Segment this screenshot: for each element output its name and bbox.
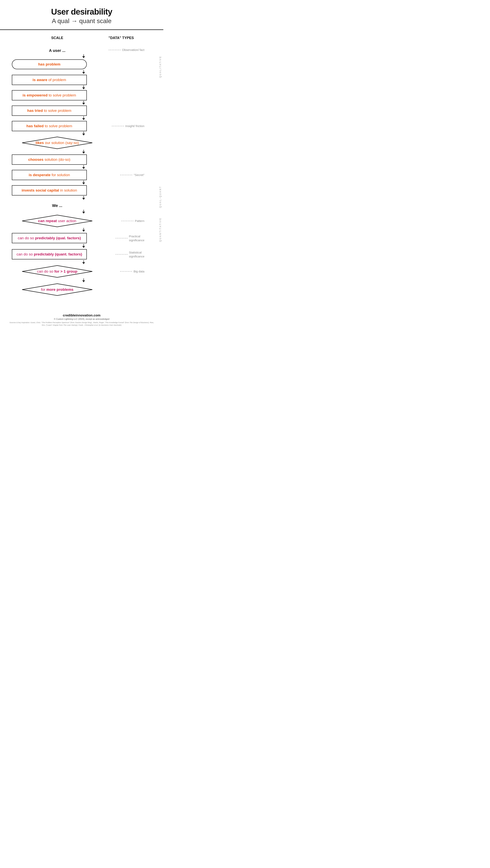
- statistical-text: Statisticalsignificance: [129, 251, 144, 258]
- page-title: User desirability: [4, 7, 159, 17]
- arrow-10: [38, 196, 129, 200]
- arrow-4: [38, 101, 129, 105]
- observation-text: Observation/ fact: [122, 48, 144, 52]
- arrow-8: [38, 165, 129, 169]
- likes-diamond: likes our solution (say-so): [22, 136, 93, 149]
- predictably-qual-node: can do so predictably (qual. factors): [12, 233, 87, 243]
- insight-text: Insight/ friction: [125, 124, 144, 128]
- pattern-text: Pattern: [135, 219, 144, 223]
- main-content: SCALE "DATA" TYPES QUALITATIVE QUAL-QUAN…: [0, 30, 163, 306]
- diagram: QUALITATIVE QUAL-QUANT QUANTITATIVE A us…: [0, 44, 163, 300]
- bigdata-text: Big data: [133, 270, 144, 273]
- has-failed-row: has failed to solve problem Insight/ fri…: [8, 121, 155, 131]
- predictably-quant-row: can do so predictably (quant. factors) S…: [8, 248, 155, 260]
- we-section-row: We ...: [8, 201, 155, 210]
- column-headers: SCALE "DATA" TYPES: [0, 36, 163, 40]
- user-section-label: A user ...: [12, 47, 102, 53]
- has-tried-row: has tried to solve problem: [8, 105, 155, 116]
- more-problems-row: for more problems: [8, 283, 155, 297]
- we-section-label: We ...: [12, 203, 102, 208]
- more-than-1-text: can do so for > 1 group: [37, 269, 77, 274]
- footer-copyright: © Custom Lightning LLC (2024), except as…: [8, 318, 155, 320]
- can-repeat-diamond: can repeat user action: [22, 215, 93, 227]
- is-empowered-node: is empowered to solve problem: [12, 90, 87, 100]
- predictably-qual-text: can do so predictably (qual. factors): [18, 236, 81, 240]
- is-empowered-row: is empowered to solve problem: [8, 90, 155, 101]
- has-failed-text: has failed to solve problem: [26, 124, 72, 128]
- arrow-2: [38, 70, 129, 74]
- has-tried-text: has tried to solve problem: [27, 108, 71, 113]
- can-repeat-text: can repeat user action: [38, 219, 76, 223]
- chooses-node: chooses solution (do-so): [12, 154, 87, 165]
- quantitative-label: QUANTITATIVE: [159, 218, 162, 242]
- invests-node: invests social capital in solution: [12, 185, 87, 195]
- arrow-1: [38, 54, 129, 59]
- invests-text: invests social capital in solution: [22, 188, 77, 192]
- page-header: User desirability A qual → quant scale: [0, 0, 163, 30]
- page-subtitle: A qual → quant scale: [4, 18, 159, 25]
- arrow-6: [38, 131, 129, 136]
- observation-data-label: Observation/ fact: [108, 48, 144, 52]
- arrow-12: [38, 228, 129, 232]
- practical-text: Practicalsignificance: [129, 235, 144, 242]
- is-desperate-text: is desperate for solution: [29, 173, 70, 177]
- footer-site: credibleinnovation.com: [8, 313, 155, 317]
- is-aware-node: is aware of problem: [12, 75, 87, 85]
- chooses-row: chooses solution (do-so): [8, 154, 155, 165]
- footer-sources: Sources & key inspiration: Guest, Chris.…: [8, 321, 155, 326]
- qualitative-label: QUALITATIVE: [159, 56, 162, 78]
- arrow-15: [38, 278, 129, 283]
- more-problems-text: for more problems: [41, 287, 73, 292]
- is-desperate-node: is desperate for solution: [12, 170, 87, 180]
- arrow-3: [38, 86, 129, 90]
- likes-text: likes our solution (say-so): [35, 141, 79, 145]
- more-than-1-wrapper: can do so for > 1 group: [12, 265, 102, 278]
- scale-header: SCALE: [12, 36, 102, 40]
- data-types-header: "DATA" TYPES: [102, 36, 155, 40]
- is-empowered-text: is empowered to solve problem: [23, 93, 76, 97]
- more-problems-diamond: for more problems: [22, 283, 93, 296]
- arrow-7: [38, 150, 129, 154]
- is-aware-row: is aware of problem: [8, 74, 155, 86]
- can-repeat-diamond-wrapper: can repeat user action: [12, 214, 102, 228]
- predictably-quant-node: can do so predictably (quant. factors): [12, 249, 87, 259]
- user-section-row: A user ... Observation/ fact: [8, 45, 155, 54]
- insight-data-label: Insight/ friction: [112, 124, 144, 128]
- arrow-9: [38, 181, 129, 185]
- qual-quant-label: QUAL-QUANT: [159, 186, 162, 208]
- likes-diamond-wrapper: likes our solution (say-so): [12, 136, 102, 150]
- more-than-1-diamond: can do so for > 1 group: [22, 265, 93, 278]
- has-problem-text: has problem: [38, 62, 61, 66]
- arrow-13: [38, 244, 129, 248]
- arrow-5: [38, 116, 129, 121]
- more-than-1-row: can do so for > 1 group Big data: [8, 265, 155, 278]
- is-desperate-row: is desperate for solution "Secret": [8, 169, 155, 181]
- predictably-qual-row: can do so predictably (qual. factors) Pr…: [8, 232, 155, 244]
- has-failed-node: has failed to solve problem: [12, 121, 87, 131]
- secret-data-label: "Secret": [120, 173, 144, 177]
- has-problem-node: has problem: [12, 59, 87, 69]
- invests-row: invests social capital in solution: [8, 185, 155, 196]
- likes-row: likes our solution (say-so): [8, 136, 155, 150]
- practical-data-label: Practicalsignificance: [115, 235, 144, 242]
- secret-text: "Secret": [134, 173, 144, 177]
- more-problems-wrapper: for more problems: [12, 283, 102, 297]
- pattern-data-label: Pattern: [121, 219, 144, 223]
- has-tried-node: has tried to solve problem: [12, 105, 87, 116]
- predictably-quant-text: can do so predictably (quant. factors): [17, 252, 82, 256]
- statistical-data-label: Statisticalsignificance: [115, 251, 144, 258]
- arrow-11: [38, 210, 129, 214]
- bigdata-data-label: Big data: [120, 270, 144, 273]
- is-aware-text: is aware of problem: [33, 78, 66, 82]
- can-repeat-row: can repeat user action Pattern: [8, 214, 155, 228]
- has-problem-row: has problem: [8, 59, 155, 70]
- arrow-14: [38, 260, 129, 265]
- footer: credibleinnovation.com © Custom Lightnin…: [0, 308, 163, 330]
- chooses-text: chooses solution (do-so): [28, 157, 70, 161]
